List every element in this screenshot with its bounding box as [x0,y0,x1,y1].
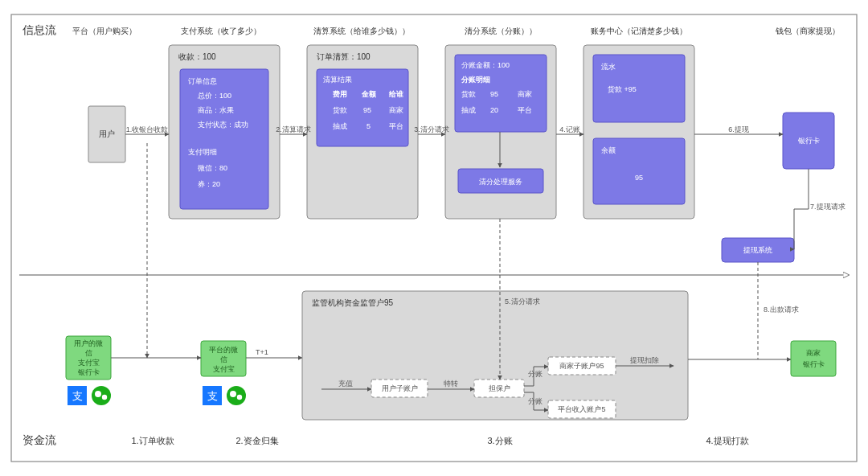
pay-coupon: 券：20 [198,180,220,188]
svg-text:费用: 费用 [332,90,347,98]
pay-status: 支付状态：成功 [198,121,248,129]
clear-system: 订单清算：100 清算结果 费用 金额 给谁 货款 95 商家 抽成 5 平台 [307,45,418,219]
svg-text:抽成: 抽成 [461,106,476,114]
edge-4: 4.记账 [559,125,580,133]
svg-text:银行卡: 银行卡 [797,137,820,145]
lane-info-label: 信息流 [23,23,56,36]
svg-point-45 [237,395,242,400]
svg-text:银行卡: 银行卡 [77,368,100,376]
pay-card [180,69,268,209]
ledger-center: 流水 货款 +95 余额 95 [583,45,694,219]
svg-text:95: 95 [363,106,371,114]
clear-title: 订单清算：100 [317,52,371,61]
wechat-icon-2 [227,386,246,405]
col-wallet: 钱包（商家提现） [775,27,840,35]
user-label: 用户 [99,129,115,138]
pay-goods: 商品：水果 [198,106,234,114]
svg-text:给谁: 给谁 [388,90,403,98]
split-title: 分账金额：100 [461,61,510,69]
svg-text:提现系统: 提现系统 [743,246,772,254]
pay-title: 收款：100 [178,52,216,61]
pay-total: 总价：100 [197,92,231,100]
fund-regulator: 监管机构资金监管户95 用户子账户 担保户 商家子账户95 平台收入账户5 充值… [302,291,688,420]
ledger-bal: 余额 [601,146,616,154]
edge-3: 3.清分请求 [414,125,449,133]
withdraw-system: 提现系统 [722,238,794,262]
col-clear: 清算系统（给谁多少钱）） [313,27,410,35]
wallet-card: 银行卡 [783,113,834,169]
svg-text:特转: 特转 [444,380,458,388]
svg-point-37 [95,391,101,397]
svg-text:充值: 充值 [338,380,353,388]
edge-5: 5.清分请求 [505,298,540,306]
clear-result: 清算结果 [323,76,352,84]
pay-detail: 支付明细 [188,148,217,156]
fund-step-3: 3.分账 [487,436,512,445]
pay-system: 收款：100 订单信息 总价：100 商品：水果 支付状态：成功 支付明细 微信… [169,45,280,219]
svg-text:支付宝: 支付宝 [78,359,100,367]
svg-text:信: 信 [85,349,92,357]
split-detail: 分账明细 [461,76,490,84]
svg-text:分账: 分账 [528,397,542,405]
svg-rect-50 [302,291,688,420]
svg-text:95: 95 [490,90,498,98]
edge-2: 2.清算请求 [276,125,311,133]
edge-6: 6.提现 [728,125,749,133]
svg-rect-67 [791,341,836,376]
fund-step-2: 2.资金归集 [235,436,278,445]
svg-text:分账: 分账 [528,370,542,378]
wechat-icon [92,386,111,405]
svg-text:20: 20 [490,106,498,114]
svg-text:支付宝: 支付宝 [213,365,235,373]
ledger-flowline: 货款 +95 [608,85,637,93]
ledger-flow: 流水 [601,63,616,71]
pay-wechat: 微信：80 [198,164,227,172]
svg-text:提现扣除: 提现扣除 [630,356,659,364]
svg-text:清分处理服务: 清分处理服务 [479,178,522,186]
svg-text:商家: 商家 [389,106,403,114]
svg-text:平台的微: 平台的微 [209,346,238,354]
svg-point-38 [102,395,107,400]
edge-7: 7.提现请求 [810,203,845,211]
svg-text:商家子账户95: 商家子账户95 [559,362,604,370]
svg-text:信: 信 [220,355,227,363]
fund-step-4: 4.提现打款 [706,436,748,445]
split-system: 分账金额：100 分账明细 货款 95 商家 抽成 20 平台 清分处理服务 [445,45,556,219]
svg-text:货款: 货款 [461,90,476,98]
fund-edge-tplus: T+1 [256,348,268,356]
svg-text:支: 支 [72,390,83,402]
svg-text:平台收入账户5: 平台收入账户5 [558,405,605,413]
user-box: 用户 [88,106,125,162]
svg-text:平台: 平台 [389,122,403,130]
col-pay: 支付系统（收了多少） [181,27,261,35]
svg-text:货款: 货款 [333,106,347,114]
svg-text:用户的微: 用户的微 [74,339,103,347]
edge-1: 1.收银台收款 [126,125,169,133]
fund-user-card: 用户的微 信 支付宝 银行卡 [66,336,111,380]
svg-text:5: 5 [366,122,371,130]
svg-text:商家: 商家 [518,90,532,98]
fund-step-1: 1.订单收款 [131,436,174,445]
col-platform: 平台（用户购买） [72,27,137,35]
pay-order: 订单信息 [188,77,217,85]
edge-8: 8.出款请求 [764,306,799,314]
fund-merch-bank: 商家 银行卡 [791,341,836,376]
svg-text:抽成: 抽成 [333,122,347,130]
fund-plat-card: 平台的微 信 支付宝 [201,341,246,376]
col-ledger: 账务中心（记清楚多少钱） [591,27,687,35]
svg-point-44 [230,391,236,397]
svg-text:商家: 商家 [806,349,821,357]
svg-text:金额: 金额 [361,90,377,98]
col-split: 清分系统（分账）） [465,27,537,35]
svg-text:支: 支 [207,390,218,402]
svg-text:用户子账户: 用户子账户 [382,384,418,392]
svg-text:担保户: 担保户 [489,384,510,392]
svg-text:监管机构资金监管户95: 监管机构资金监管户95 [312,298,394,307]
ledger-balv: 95 [635,174,643,182]
svg-text:平台: 平台 [518,106,532,114]
lane-fund-label: 资金流 [23,433,56,446]
svg-text:银行卡: 银行卡 [802,360,825,368]
